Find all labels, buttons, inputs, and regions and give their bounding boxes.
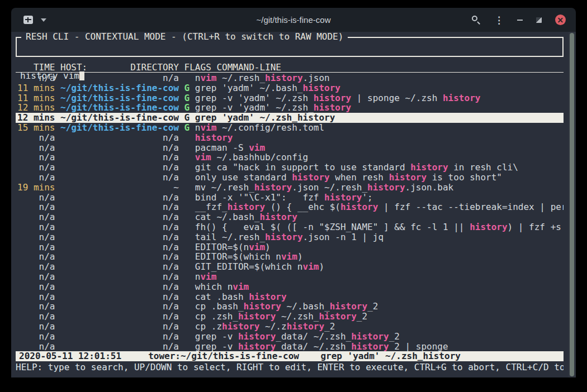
scrollbar-track[interactable] <box>569 32 576 377</box>
row-flags: G <box>184 113 190 123</box>
list-item[interactable]: 15 mins~/git/this-is-fine-cowGnvim ~/.co… <box>16 123 564 133</box>
row-directory: n/a <box>60 232 179 242</box>
list-item[interactable]: n/an/agrep -v history_data/ ~/.zsh_histo… <box>16 332 564 342</box>
match-highlight: history <box>292 173 329 183</box>
row-directory: n/a <box>60 133 179 143</box>
list-item[interactable]: n/an/agrep -v history_data/ ~/.zsh_histo… <box>16 342 564 352</box>
list-item[interactable]: n/an/apacman -S vim <box>16 143 564 153</box>
list-item[interactable]: n/an/a__fzf_history () { __ehc $(history… <box>16 202 564 212</box>
row-directory: ~/git/this-is-fine-cow <box>60 113 179 123</box>
match-highlight: history <box>238 332 276 342</box>
row-directory: n/a <box>60 173 179 183</box>
match-highlight: history <box>238 342 276 352</box>
row-command: fh() { eval $( ([ -n "$ZSH_NAME" ] && fc… <box>195 222 564 232</box>
list-item[interactable]: n/an/aonly use standard history when res… <box>16 173 564 183</box>
row-time: n/a <box>17 173 55 183</box>
terminal-window: ~/git/this-is-fine-cow ⋮ RESH CLI - CONT… <box>11 8 576 377</box>
match-highlight: history <box>389 173 427 183</box>
list-item[interactable]: n/an/anvim <box>16 272 564 282</box>
match-highlight: history <box>351 332 389 342</box>
row-time: n/a <box>17 262 55 272</box>
list-item[interactable]: n/an/aGIT_EDITOR=$(which nvim) <box>16 262 564 272</box>
close-icon[interactable] <box>555 15 566 25</box>
match-highlight: history <box>367 183 405 193</box>
search-icon[interactable] <box>472 16 481 25</box>
row-command: EDITOR=$(which nvim) <box>195 252 303 262</box>
row-command: grep -v history_data/ ~/.zsh_history_2 <box>195 332 400 342</box>
row-command: vim ~/.bashhub/config <box>195 152 308 162</box>
scrollbar-thumb[interactable] <box>570 33 574 376</box>
list-item[interactable]: n/an/acat ~/.bash_history <box>16 212 564 222</box>
resh-search-box[interactable]: RESH CLI - CONTEXTUAL MODE - (CTRL+R to … <box>16 37 564 57</box>
match-highlight: vim <box>249 143 265 153</box>
list-item[interactable]: n/an/abind -x '"\C-x1": __fzf_history'; <box>16 193 564 203</box>
kebab-menu-icon[interactable]: ⋮ <box>494 16 504 25</box>
list-item-selected[interactable]: 12 mins~/git/this-is-fine-cowGgrep 'yadm… <box>16 113 564 123</box>
match-highlight: history <box>314 103 351 113</box>
match-highlight: vim <box>200 123 216 133</box>
list-item[interactable]: n/an/acp .zsh_history ~/.zsh_history_2 <box>16 312 564 322</box>
list-item[interactable]: n/an/aEDITOR=$(which nvim) <box>16 252 564 262</box>
list-item[interactable]: 12 mins~/git/this-is-fine-cowGgrep -v 'y… <box>16 103 564 113</box>
row-time: n/a <box>17 222 55 232</box>
row-directory: ~ <box>60 183 179 193</box>
search-input[interactable]: history vim <box>20 71 559 81</box>
terminal-content[interactable]: RESH CLI - CONTEXTUAL MODE - (CTRL+R to … <box>11 32 576 377</box>
match-highlight: history <box>249 292 286 302</box>
row-directory: n/a <box>60 342 179 352</box>
row-command: EDITOR=$(nvim) <box>195 242 271 252</box>
match-highlight: history <box>244 302 281 312</box>
restore-icon[interactable] <box>536 17 542 23</box>
match-highlight: vim <box>200 272 216 282</box>
row-directory: n/a <box>60 332 179 342</box>
list-item[interactable]: n/an/ahistory <box>16 133 564 143</box>
match-highlight: history <box>254 183 292 193</box>
list-item[interactable]: n/an/aEDITOR=$(nvim) <box>16 242 564 252</box>
row-command: nvim <box>195 272 217 282</box>
match-highlight: vim <box>249 242 265 252</box>
row-time: n/a <box>17 302 55 312</box>
row-flags: G <box>184 103 190 113</box>
minimize-icon[interactable] <box>517 20 523 21</box>
list-item[interactable]: n/an/acat .bash_history <box>16 292 564 302</box>
row-command: grep 'yadm' ~/.zsh_history <box>195 113 335 123</box>
match-highlight: history <box>265 232 302 242</box>
list-item[interactable]: n/an/agit ca "hack in support to use sta… <box>16 162 564 173</box>
list-item[interactable]: n/an/acp .bash_history ~/.bash_history_2 <box>16 302 564 312</box>
status-datetime: 2020-05-11 12:01:51 <box>19 351 121 361</box>
row-command: git ca "hack in support to use standard … <box>195 162 518 173</box>
match-highlight: history <box>324 193 362 203</box>
list-item[interactable]: n/an/avim ~/.bashhub/config <box>16 152 564 162</box>
row-command: mv ~/.resh_history.json ~/.resh_history.… <box>195 183 453 193</box>
row-command: bind -x '"\C-x1": __fzf_history'; <box>195 193 373 203</box>
list-item[interactable]: 19 mins~mv ~/.resh_history.json ~/.resh_… <box>16 183 564 193</box>
list-item[interactable]: n/an/acp .zhistory ~/.zhistory_2 <box>16 322 564 332</box>
list-item[interactable]: n/an/awhich nvim <box>16 282 564 292</box>
titlebar[interactable]: ~/git/this-is-fine-cow ⋮ <box>11 8 576 32</box>
match-highlight: history <box>340 202 378 212</box>
match-highlight: history <box>259 212 297 222</box>
list-item[interactable]: n/an/atail ~/.resh_history.json -n 1 | j… <box>16 232 564 242</box>
row-directory: n/a <box>60 202 179 212</box>
row-command: cat .bash_history <box>195 292 287 302</box>
row-directory: ~/git/this-is-fine-cow <box>60 103 179 113</box>
row-time: n/a <box>17 133 55 143</box>
row-time: n/a <box>17 282 55 292</box>
match-highlight: history <box>297 113 335 123</box>
match-highlight: history <box>330 302 367 312</box>
list-item[interactable]: n/an/afh() { eval $( ([ -n "$ZSH_NAME" ]… <box>16 222 564 232</box>
row-command: GIT_EDITOR=$(which nvim) <box>195 262 324 272</box>
row-time: n/a <box>17 212 55 222</box>
match-highlight: vim <box>233 282 249 292</box>
row-time: n/a <box>17 312 55 322</box>
match-highlight: vim <box>195 152 211 162</box>
row-command: history <box>195 133 233 143</box>
row-command: grep -v history_data/ ~/.zsh_history_2 |… <box>195 342 448 352</box>
row-command: grep -v 'yadm' ~/.zsh_history <box>195 103 351 113</box>
row-time: n/a <box>17 193 55 203</box>
row-directory: n/a <box>60 252 179 262</box>
row-directory: n/a <box>60 282 179 292</box>
status-bar: 2020-05-11 12:01:51tower:~/git/this-is-f… <box>16 351 564 361</box>
search-lens <box>472 16 477 21</box>
row-directory: ~/git/this-is-fine-cow <box>60 123 179 133</box>
